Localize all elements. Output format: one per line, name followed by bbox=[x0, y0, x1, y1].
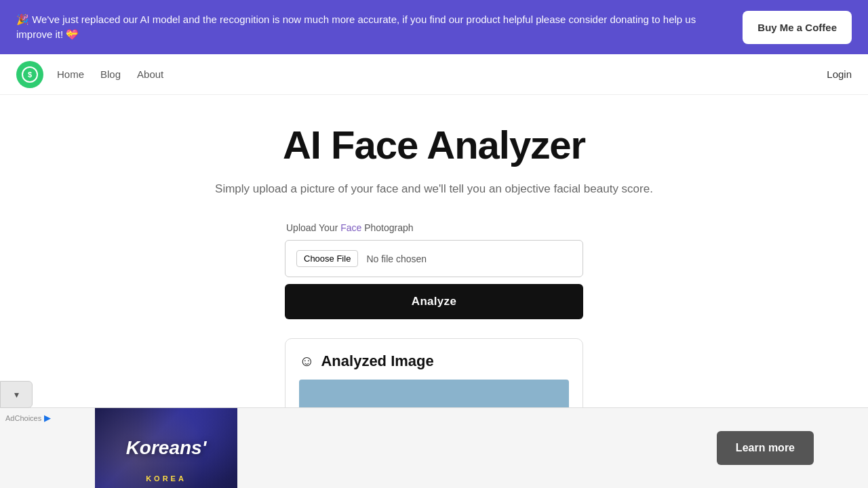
no-file-text: No file chosen bbox=[366, 253, 427, 264]
ad-choices-label: AdChoices bbox=[5, 414, 41, 422]
ad-banner: AdChoices ▶ Koreans' KOREA Learn more bbox=[0, 407, 868, 440]
banner-text: 🎉 We've just replaced our AI model and t… bbox=[16, 12, 728, 43]
analyzed-header: ☺ Analyzed Image bbox=[299, 352, 569, 370]
smiley-icon: ☺ bbox=[299, 352, 314, 370]
nav-home[interactable]: Home bbox=[57, 68, 84, 80]
ad-choices-play-icon: ▶ bbox=[44, 413, 50, 423]
choose-file-button[interactable]: Choose File bbox=[296, 250, 358, 267]
nav-about[interactable]: About bbox=[137, 68, 163, 80]
navbar: $ Home Blog About Login bbox=[0, 54, 868, 95]
ad-image-text: Koreans' bbox=[126, 438, 207, 441]
upload-label: Upload Your Face Photograph bbox=[285, 222, 583, 233]
nav-links: Home Blog About bbox=[57, 68, 163, 81]
upload-label-colored: Face bbox=[340, 222, 361, 233]
learn-more-button[interactable]: Learn more bbox=[717, 431, 814, 440]
analyze-button[interactable]: Analyze bbox=[285, 284, 583, 319]
announcement-banner: 🎉 We've just replaced our AI model and t… bbox=[0, 0, 868, 54]
ad-choices[interactable]: AdChoices ▶ bbox=[5, 413, 50, 423]
ad-image: Koreans' KOREA bbox=[95, 408, 237, 440]
logo[interactable]: $ bbox=[16, 61, 43, 88]
page-title: AI Face Analyzer bbox=[283, 122, 585, 167]
page-subtitle: Simply upload a picture of your face and… bbox=[215, 180, 653, 198]
upload-section: Upload Your Face Photograph Choose File … bbox=[285, 222, 583, 319]
login-button[interactable]: Login bbox=[827, 68, 852, 80]
nav-blog[interactable]: Blog bbox=[100, 68, 121, 80]
svg-text:$: $ bbox=[28, 70, 32, 79]
buy-coffee-button[interactable]: Buy Me a Coffee bbox=[743, 11, 852, 44]
chevron-down-icon: ▾ bbox=[14, 389, 19, 400]
ad-image-bg bbox=[95, 408, 237, 440]
analyzed-title: Analyzed Image bbox=[321, 352, 433, 370]
main-content: AI Face Analyzer Simply upload a picture… bbox=[0, 95, 868, 440]
file-input-container[interactable]: Choose File No file chosen bbox=[285, 240, 583, 277]
collapse-button[interactable]: ▾ bbox=[0, 381, 33, 408]
